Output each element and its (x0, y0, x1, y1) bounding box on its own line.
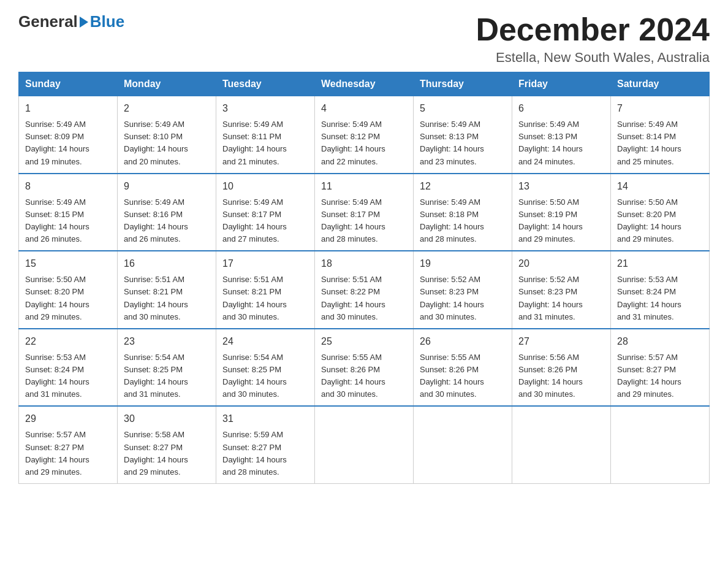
calendar-cell: 18 Sunrise: 5:51 AMSunset: 8:22 PMDaylig… (315, 251, 414, 329)
calendar-cell: 26 Sunrise: 5:55 AMSunset: 8:26 PMDaylig… (414, 329, 512, 407)
calendar-cell: 11 Sunrise: 5:49 AMSunset: 8:17 PMDaylig… (315, 174, 414, 251)
calendar-cell: 15 Sunrise: 5:50 AMSunset: 8:20 PMDaylig… (19, 251, 118, 329)
calendar-cell: 17 Sunrise: 5:51 AMSunset: 8:21 PMDaylig… (216, 251, 315, 329)
calendar-cell: 12 Sunrise: 5:49 AMSunset: 8:18 PMDaylig… (414, 174, 512, 251)
calendar-cell: 13 Sunrise: 5:50 AMSunset: 8:19 PMDaylig… (512, 174, 611, 251)
day-info: Sunrise: 5:49 AMSunset: 8:10 PMDaylight:… (124, 120, 188, 166)
col-saturday: Saturday (611, 72, 710, 96)
day-info: Sunrise: 5:49 AMSunset: 8:13 PMDaylight:… (518, 120, 583, 166)
day-info: Sunrise: 5:50 AMSunset: 8:20 PMDaylight:… (25, 275, 89, 321)
calendar-cell: 10 Sunrise: 5:49 AMSunset: 8:17 PMDaylig… (216, 174, 315, 251)
col-sunday: Sunday (19, 72, 118, 96)
day-info: Sunrise: 5:49 AMSunset: 8:12 PMDaylight:… (321, 120, 385, 166)
day-info: Sunrise: 5:49 AMSunset: 8:18 PMDaylight:… (420, 197, 484, 243)
day-number: 8 (25, 179, 111, 194)
day-number: 10 (222, 179, 308, 194)
calendar-cell: 31 Sunrise: 5:59 AMSunset: 8:27 PMDaylig… (216, 406, 315, 483)
logo: General Blue (18, 12, 124, 31)
day-info: Sunrise: 5:55 AMSunset: 8:26 PMDaylight:… (420, 353, 484, 399)
calendar-header-row: Sunday Monday Tuesday Wednesday Thursday… (19, 72, 710, 96)
day-info: Sunrise: 5:52 AMSunset: 8:23 PMDaylight:… (518, 275, 583, 321)
calendar-cell (414, 406, 512, 483)
day-info: Sunrise: 5:57 AMSunset: 8:27 PMDaylight:… (617, 353, 681, 399)
day-info: Sunrise: 5:49 AMSunset: 8:16 PMDaylight:… (124, 197, 188, 243)
page-title: December 2024 (476, 12, 710, 47)
day-number: 14 (617, 179, 703, 194)
calendar-cell: 20 Sunrise: 5:52 AMSunset: 8:23 PMDaylig… (512, 251, 611, 329)
day-info: Sunrise: 5:51 AMSunset: 8:21 PMDaylight:… (124, 275, 188, 321)
calendar-cell (611, 406, 710, 483)
day-number: 30 (124, 412, 210, 426)
calendar-table: Sunday Monday Tuesday Wednesday Thursday… (18, 72, 710, 484)
day-number: 23 (124, 334, 210, 349)
day-info: Sunrise: 5:49 AMSunset: 8:17 PMDaylight:… (321, 197, 385, 243)
day-number: 13 (518, 179, 604, 194)
calendar-cell: 19 Sunrise: 5:52 AMSunset: 8:23 PMDaylig… (414, 251, 512, 329)
logo-blue-text: Blue (90, 12, 124, 31)
day-info: Sunrise: 5:51 AMSunset: 8:21 PMDaylight:… (222, 275, 287, 321)
day-info: Sunrise: 5:50 AMSunset: 8:19 PMDaylight:… (518, 197, 583, 243)
calendar-cell: 3 Sunrise: 5:49 AMSunset: 8:11 PMDayligh… (216, 96, 315, 174)
col-thursday: Thursday (414, 72, 512, 96)
day-number: 28 (617, 334, 703, 349)
calendar-cell: 5 Sunrise: 5:49 AMSunset: 8:13 PMDayligh… (414, 96, 512, 174)
day-number: 16 (124, 256, 210, 271)
day-info: Sunrise: 5:50 AMSunset: 8:20 PMDaylight:… (617, 197, 681, 243)
day-number: 9 (124, 179, 210, 194)
day-number: 26 (420, 334, 506, 349)
day-number: 5 (420, 101, 506, 116)
calendar-cell: 27 Sunrise: 5:56 AMSunset: 8:26 PMDaylig… (512, 329, 611, 407)
day-number: 21 (617, 256, 703, 271)
day-number: 19 (420, 256, 506, 271)
day-number: 2 (124, 101, 210, 116)
day-info: Sunrise: 5:59 AMSunset: 8:27 PMDaylight:… (222, 430, 287, 476)
calendar-cell: 4 Sunrise: 5:49 AMSunset: 8:12 PMDayligh… (315, 96, 414, 174)
day-info: Sunrise: 5:54 AMSunset: 8:25 PMDaylight:… (222, 353, 287, 399)
day-number: 11 (321, 179, 407, 194)
day-info: Sunrise: 5:55 AMSunset: 8:26 PMDaylight:… (321, 353, 385, 399)
day-number: 18 (321, 256, 407, 271)
calendar-cell: 24 Sunrise: 5:54 AMSunset: 8:25 PMDaylig… (216, 329, 315, 407)
logo-general-text: General (18, 12, 78, 31)
day-info: Sunrise: 5:57 AMSunset: 8:27 PMDaylight:… (25, 430, 89, 476)
calendar-cell: 30 Sunrise: 5:58 AMSunset: 8:27 PMDaylig… (118, 406, 216, 483)
calendar-cell: 7 Sunrise: 5:49 AMSunset: 8:14 PMDayligh… (611, 96, 710, 174)
day-number: 24 (222, 334, 308, 349)
day-number: 31 (222, 412, 308, 426)
day-number: 12 (420, 179, 506, 194)
day-info: Sunrise: 5:53 AMSunset: 8:24 PMDaylight:… (25, 353, 89, 399)
day-info: Sunrise: 5:49 AMSunset: 8:09 PMDaylight:… (25, 120, 89, 166)
calendar-week-row-2: 8 Sunrise: 5:49 AMSunset: 8:15 PMDayligh… (19, 174, 710, 251)
calendar-cell (512, 406, 611, 483)
day-number: 6 (518, 101, 604, 116)
calendar-cell: 6 Sunrise: 5:49 AMSunset: 8:13 PMDayligh… (512, 96, 611, 174)
day-number: 25 (321, 334, 407, 349)
day-info: Sunrise: 5:51 AMSunset: 8:22 PMDaylight:… (321, 275, 385, 321)
calendar-cell: 21 Sunrise: 5:53 AMSunset: 8:24 PMDaylig… (611, 251, 710, 329)
page-header: General Blue December 2024 Estella, New … (18, 12, 710, 66)
day-number: 15 (25, 256, 111, 271)
day-info: Sunrise: 5:52 AMSunset: 8:23 PMDaylight:… (420, 275, 484, 321)
day-number: 22 (25, 334, 111, 349)
calendar-cell: 1 Sunrise: 5:49 AMSunset: 8:09 PMDayligh… (19, 96, 118, 174)
calendar-week-row-3: 15 Sunrise: 5:50 AMSunset: 8:20 PMDaylig… (19, 251, 710, 329)
day-info: Sunrise: 5:54 AMSunset: 8:25 PMDaylight:… (124, 353, 188, 399)
day-info: Sunrise: 5:53 AMSunset: 8:24 PMDaylight:… (617, 275, 681, 321)
day-number: 7 (617, 101, 703, 116)
calendar-cell: 2 Sunrise: 5:49 AMSunset: 8:10 PMDayligh… (118, 96, 216, 174)
calendar-week-row-5: 29 Sunrise: 5:57 AMSunset: 8:27 PMDaylig… (19, 406, 710, 483)
calendar-week-row-1: 1 Sunrise: 5:49 AMSunset: 8:09 PMDayligh… (19, 96, 710, 174)
calendar-cell: 14 Sunrise: 5:50 AMSunset: 8:20 PMDaylig… (611, 174, 710, 251)
day-number: 17 (222, 256, 308, 271)
day-number: 3 (222, 101, 308, 116)
calendar-cell: 8 Sunrise: 5:49 AMSunset: 8:15 PMDayligh… (19, 174, 118, 251)
calendar-cell: 25 Sunrise: 5:55 AMSunset: 8:26 PMDaylig… (315, 329, 414, 407)
calendar-cell (315, 406, 414, 483)
title-block: December 2024 Estella, New South Wales, … (476, 12, 710, 66)
col-tuesday: Tuesday (216, 72, 315, 96)
col-friday: Friday (512, 72, 611, 96)
day-info: Sunrise: 5:56 AMSunset: 8:26 PMDaylight:… (518, 353, 583, 399)
day-info: Sunrise: 5:49 AMSunset: 8:17 PMDaylight:… (222, 197, 287, 243)
day-number: 20 (518, 256, 604, 271)
day-info: Sunrise: 5:58 AMSunset: 8:27 PMDaylight:… (124, 430, 188, 476)
